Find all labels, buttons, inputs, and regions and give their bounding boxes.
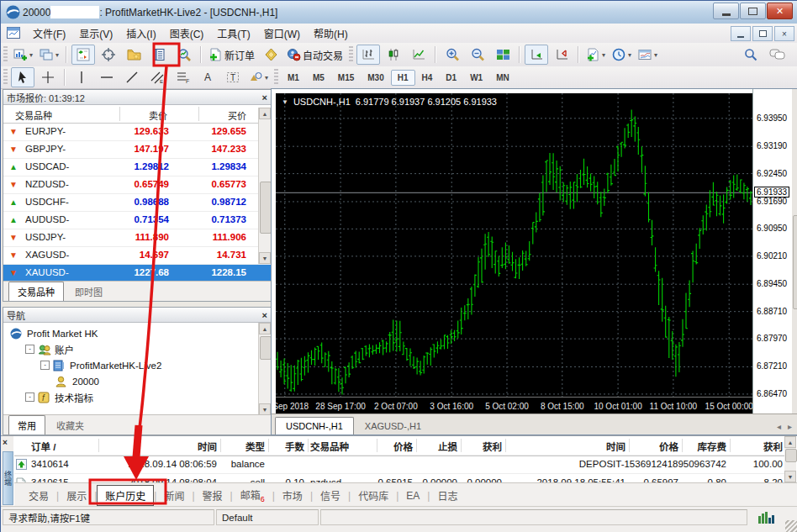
periods-button[interactable]: ▾ xyxy=(610,45,634,65)
terminal-column-5[interactable]: 价格 xyxy=(374,440,413,453)
timeframe-m30[interactable]: M30 xyxy=(361,70,390,86)
search-button[interactable] xyxy=(744,48,757,65)
market-watch-row[interactable]: ▼NZDUSD-0.657490.65773 xyxy=(3,176,271,194)
market-watch-tab-1[interactable]: 即时图 xyxy=(66,282,112,301)
terminal-tab-9[interactable]: EA xyxy=(398,487,427,504)
toolbar-grip[interactable] xyxy=(274,69,278,86)
chat-button[interactable] xyxy=(769,48,786,65)
text-label-tool[interactable]: T xyxy=(221,67,245,87)
crosshair-tool-button[interactable] xyxy=(36,67,60,87)
terminal-tab-6[interactable]: 市场 xyxy=(275,486,310,505)
new-order-button[interactable]: 新订单 xyxy=(206,45,257,65)
new-chart-button[interactable]: ▾ xyxy=(11,45,35,65)
menu-item-2[interactable]: 插入(I) xyxy=(119,24,162,43)
metaeditor-button[interactable] xyxy=(259,45,282,65)
market-watch-row[interactable]: ▲AUDUSD-0.713540.71373 xyxy=(3,212,271,229)
cursor-tool-button[interactable] xyxy=(11,67,34,87)
terminal-tab-8[interactable]: 代码库 xyxy=(351,486,396,505)
minimize-button[interactable] xyxy=(713,3,739,19)
candlestick-mode-button[interactable] xyxy=(382,45,405,65)
market-watch-row[interactable]: ▲USDCHF-0.986880.98712 xyxy=(3,194,271,212)
toolbar-grip[interactable] xyxy=(3,69,8,86)
chart-tab-0[interactable]: USDCNH-,H1 xyxy=(275,417,354,435)
terminal-tab-2[interactable]: 账户历史 xyxy=(97,485,154,506)
market-watch-tab-0[interactable]: 交易品种 xyxy=(8,282,64,301)
terminal-tab-7[interactable]: 信号 xyxy=(313,486,348,505)
channel-tool[interactable]: E xyxy=(145,67,169,87)
price-axis[interactable]: 6.939506.931906.924506.916906.909506.902… xyxy=(752,89,793,416)
chart-plot[interactable]: ▼ USDCNH-,H1 6.91779 6.91937 6.91205 6.9… xyxy=(276,93,752,397)
indicators-button[interactable]: ▾ xyxy=(583,45,608,65)
terminal-column-4[interactable]: 交易品种 xyxy=(310,440,373,453)
terminal-vertical-title[interactable]: 终端 xyxy=(3,451,13,505)
chart-shift-button[interactable] xyxy=(550,45,573,65)
strategy-tester-button[interactable] xyxy=(172,45,196,65)
column-sell[interactable]: 卖价 xyxy=(149,108,167,122)
terminal-column-3[interactable]: 手数 xyxy=(269,440,304,453)
chart-menu-icon[interactable]: ▼ xyxy=(282,98,288,106)
timeframe-m15[interactable]: M15 xyxy=(331,70,361,86)
tile-windows-button[interactable] xyxy=(491,45,515,65)
vertical-line-tool[interactable] xyxy=(70,67,93,87)
terminal-column-0[interactable]: 订单 / xyxy=(31,440,95,453)
restore-button[interactable] xyxy=(740,3,766,19)
menu-item-3[interactable]: 图表(C) xyxy=(163,24,211,43)
market-watch-close-icon[interactable]: × xyxy=(262,93,267,102)
terminal-column-7[interactable]: 获利 xyxy=(462,440,502,453)
menu-item-5[interactable]: 窗口(W) xyxy=(257,24,307,43)
zoom-out-button[interactable] xyxy=(466,45,489,65)
text-tool[interactable]: A xyxy=(196,67,219,87)
terminal-tab-5[interactable]: 邮箱6 xyxy=(233,485,272,506)
chart-tabs-left-icon[interactable]: ◂ xyxy=(777,422,781,431)
navigator-item-0[interactable]: Profit Market HK xyxy=(3,325,271,341)
terminal-row-0[interactable]: 34106142018.09.14 08:06:59balance100.00D… xyxy=(14,456,784,474)
timeframe-h1[interactable]: H1 xyxy=(391,70,415,86)
terminal-toggle[interactable] xyxy=(147,45,171,65)
templates-button[interactable]: ▾ xyxy=(636,45,660,65)
market-watch-scrollbar[interactable]: ▲ ▼ xyxy=(258,108,271,264)
terminal-column-1[interactable]: 时间 xyxy=(97,440,217,453)
market-watch-row[interactable]: ▼EURJPY-129.633129.655 xyxy=(3,124,271,141)
toolbar-grip[interactable] xyxy=(349,46,353,63)
terminal-column-10[interactable]: 库存费 xyxy=(683,440,726,453)
navigator-item-2[interactable]: -ProfitMarketHK-Live2 xyxy=(3,357,271,373)
menu-item-0[interactable]: 文件(F) xyxy=(26,24,72,43)
trendline-tool[interactable] xyxy=(120,67,144,87)
timeframe-h4[interactable]: H4 xyxy=(415,70,440,86)
market-watch-row[interactable]: ▼XAUUSD-1227.681228.15 xyxy=(3,265,271,282)
navigator-item-4[interactable]: -f技术指标 xyxy=(3,389,271,405)
mdi-close-button[interactable]: × xyxy=(774,26,794,41)
profiles-button[interactable]: ▾ xyxy=(37,45,61,65)
menu-item-4[interactable]: 工具(T) xyxy=(210,24,256,43)
close-button[interactable]: ✕ xyxy=(767,3,793,19)
chart-tabs-right-icon[interactable]: ▸ xyxy=(788,422,792,431)
terminal-column-9[interactable]: 价格 xyxy=(630,440,678,453)
column-buy[interactable]: 买价 xyxy=(228,108,246,122)
autotrading-button[interactable]: 自动交易 xyxy=(284,45,346,65)
navigator-tab-1[interactable]: 收藏夹 xyxy=(47,415,93,435)
tree-expander-icon[interactable]: - xyxy=(25,345,34,354)
terminal-column-11[interactable]: 获利 xyxy=(731,440,783,453)
timeframe-d1[interactable]: D1 xyxy=(439,70,463,86)
toolbar-grip[interactable] xyxy=(3,46,8,63)
timeframe-m5[interactable]: M5 xyxy=(306,70,331,86)
status-profile[interactable]: Default xyxy=(216,509,319,525)
terminal-tab-10[interactable]: 日志 xyxy=(430,486,465,505)
resize-grip[interactable] xyxy=(785,520,797,532)
terminal-tab-4[interactable]: 警报 xyxy=(195,486,230,505)
terminal-column-6[interactable]: 止损 xyxy=(417,440,457,453)
menu-item-1[interactable]: 显示(V) xyxy=(72,24,119,43)
tree-expander-icon[interactable]: - xyxy=(25,392,34,402)
column-separator[interactable] xyxy=(308,439,309,452)
market-watch-row[interactable]: ▼XAGUSD-14.69714.731 xyxy=(3,247,271,265)
terminal-column-8[interactable]: 时间 xyxy=(506,440,625,453)
data-window-button[interactable] xyxy=(97,45,120,65)
mdi-minimize-button[interactable] xyxy=(731,26,751,41)
column-symbol[interactable]: 交易品种 xyxy=(15,108,52,122)
timeframe-m1[interactable]: M1 xyxy=(281,70,306,86)
navigator-close-icon[interactable]: × xyxy=(262,311,267,319)
terminal-tab-1[interactable]: 展示 xyxy=(59,486,94,505)
terminal-row-1[interactable]: 34106152018.09.14 08:08:04sell0.10nzdusd… xyxy=(14,474,784,482)
market-watch-toggle[interactable] xyxy=(71,45,95,65)
terminal-close-icon[interactable]: × xyxy=(3,438,8,447)
